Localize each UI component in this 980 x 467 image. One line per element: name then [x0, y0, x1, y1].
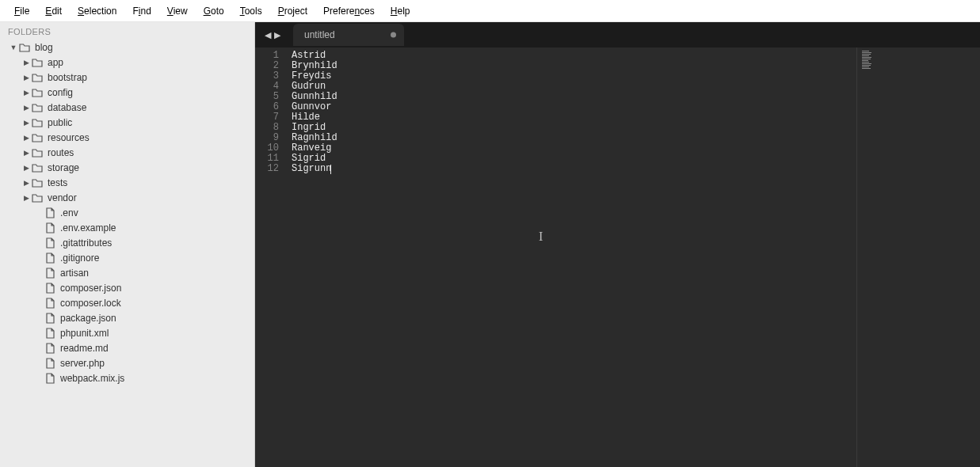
minimap-line: [862, 60, 868, 61]
file-readme-md[interactable]: readme.md: [3, 340, 254, 355]
nav-back-icon[interactable]: ◀: [265, 30, 271, 40]
folder-database[interactable]: ▶database: [3, 100, 254, 115]
folder-icon: [32, 102, 43, 113]
sidebar-header: FOLDERS: [0, 22, 254, 40]
caret-icon: [330, 165, 331, 174]
file-icon: [44, 298, 55, 309]
disclosure-icon[interactable]: ▼: [10, 44, 17, 51]
file--gitattributes[interactable]: .gitattributes: [3, 235, 254, 250]
folder-icon: [32, 117, 43, 128]
folder-storage[interactable]: ▶storage: [3, 160, 254, 175]
code-line[interactable]: Ingrid: [292, 123, 856, 133]
editor-area: ◀ ▶ untitled 123456789101112 AstridBrynh…: [255, 22, 980, 467]
minimap-line: [862, 66, 869, 67]
folder-bootstrap[interactable]: ▶bootstrap: [3, 70, 254, 85]
minimap-line: [862, 52, 871, 53]
file-icon: [44, 268, 55, 279]
menu-view[interactable]: View: [159, 2, 196, 20]
code-line[interactable]: Gudrun: [292, 82, 856, 92]
minimap-line: [862, 63, 871, 64]
code-line[interactable]: Gunnhild: [292, 92, 856, 102]
line-number: 5: [255, 92, 285, 102]
menu-tools[interactable]: Tools: [232, 2, 270, 20]
code-line[interactable]: Freydis: [292, 71, 856, 82]
file-composer-lock[interactable]: composer.lock: [3, 295, 254, 310]
file--env[interactable]: .env: [3, 205, 254, 220]
disclosure-icon[interactable]: ▶: [22, 74, 30, 82]
folder-icon: [32, 87, 43, 98]
code-line[interactable]: Ranveig: [292, 143, 856, 154]
tree-item-label: server.php: [60, 358, 105, 369]
folder-icon: [32, 147, 43, 158]
folder-icon: [32, 162, 43, 173]
menu-edit[interactable]: Edit: [37, 2, 70, 20]
tree-item-label: readme.md: [60, 343, 109, 354]
file-icon: [44, 283, 55, 294]
code-line[interactable]: Astrid: [292, 51, 856, 61]
disclosure-icon[interactable]: ▶: [22, 119, 30, 127]
code-line[interactable]: Sigrid: [292, 154, 856, 164]
tree-item-label: .gitattributes: [60, 237, 112, 249]
menu-file[interactable]: File: [6, 2, 37, 20]
file-package-json[interactable]: package.json: [3, 310, 254, 325]
file-webpack-mix-js[interactable]: webpack.mix.js: [3, 370, 254, 385]
menu-find[interactable]: Find: [124, 2, 158, 20]
file-artisan[interactable]: artisan: [3, 265, 254, 280]
disclosure-icon[interactable]: ▶: [22, 59, 30, 66]
nav-forward-icon[interactable]: ▶: [274, 30, 280, 40]
nav-arrows: ◀ ▶: [260, 30, 285, 40]
folder-public[interactable]: ▶public: [3, 115, 254, 130]
sidebar: FOLDERS ▼blog▶app▶bootstrap▶config▶datab…: [0, 22, 255, 467]
folder-vendor[interactable]: ▶vendor: [3, 190, 254, 205]
disclosure-icon[interactable]: ▶: [22, 179, 30, 187]
file--gitignore[interactable]: .gitignore: [3, 250, 254, 265]
menu-selection[interactable]: Selection: [70, 2, 124, 20]
disclosure-icon[interactable]: ▶: [22, 134, 30, 142]
line-number: 7: [255, 112, 285, 123]
file-icon: [44, 252, 55, 264]
folder-tree[interactable]: ▼blog▶app▶bootstrap▶config▶database▶publ…: [0, 40, 254, 467]
code-line[interactable]: Brynhild: [292, 61, 856, 71]
line-number: 2: [255, 61, 285, 71]
code-line[interactable]: Gunnvor: [292, 102, 856, 112]
menu-preferences[interactable]: Preferences: [315, 2, 383, 20]
folder-blog[interactable]: ▼blog: [3, 40, 254, 55]
tab-untitled[interactable]: untitled: [293, 24, 404, 46]
folder-resources[interactable]: ▶resources: [3, 130, 254, 145]
code-line[interactable]: Hilde: [292, 112, 856, 123]
file-icon: [44, 373, 55, 384]
menu-bar: FileEditSelectionFindViewGotoToolsProjec…: [0, 0, 980, 22]
code-line[interactable]: Sigrunn: [292, 164, 856, 174]
tree-item-label: blog: [35, 42, 53, 53]
disclosure-icon[interactable]: ▶: [22, 89, 30, 97]
menu-project[interactable]: Project: [270, 2, 315, 20]
file-server-php[interactable]: server.php: [3, 355, 254, 370]
tree-item-label: database: [48, 102, 86, 113]
file--env-example[interactable]: .env.example: [3, 220, 254, 235]
folder-routes[interactable]: ▶routes: [3, 145, 254, 160]
menu-help[interactable]: Help: [383, 2, 418, 20]
file-composer-json[interactable]: composer.json: [3, 280, 254, 295]
tree-item-label: composer.lock: [60, 298, 121, 309]
disclosure-icon[interactable]: ▶: [22, 194, 30, 202]
folder-app[interactable]: ▶app: [3, 55, 254, 70]
text-editor[interactable]: AstridBrynhildFreydisGudrunGunnhildGunnv…: [285, 47, 857, 467]
folder-icon: [32, 132, 43, 143]
file-phpunit-xml[interactable]: phpunit.xml: [3, 325, 254, 340]
code-line[interactable]: Ragnhild: [292, 133, 856, 143]
disclosure-icon[interactable]: ▶: [22, 104, 30, 112]
minimap[interactable]: [857, 47, 929, 467]
tree-item-label: public: [48, 117, 72, 128]
disclosure-icon[interactable]: ▶: [22, 149, 30, 157]
disclosure-icon[interactable]: ▶: [22, 164, 30, 172]
folder-tests[interactable]: ▶tests: [3, 175, 254, 190]
menu-goto[interactable]: Goto: [196, 2, 232, 20]
minimap-line: [862, 54, 871, 55]
minimap-line: [862, 62, 869, 63]
tree-item-label: config: [48, 87, 73, 98]
file-icon: [44, 328, 55, 339]
tab-bar: ◀ ▶ untitled: [255, 22, 980, 47]
folder-icon: [32, 177, 43, 188]
line-number-gutter: 123456789101112: [255, 47, 285, 467]
folder-config[interactable]: ▶config: [3, 85, 254, 100]
